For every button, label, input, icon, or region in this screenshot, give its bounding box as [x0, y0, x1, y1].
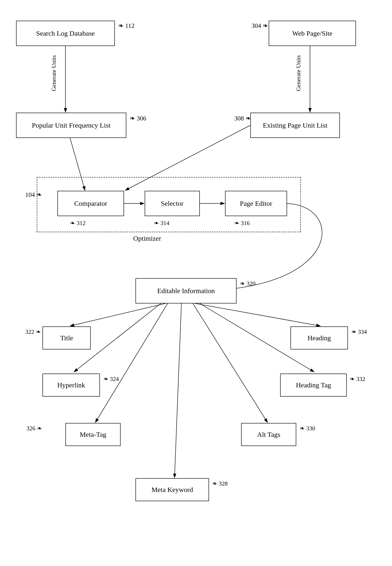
existing-page-box: Existing Page Unit List: [250, 113, 340, 138]
generate-units-right-label: Generate Units: [295, 55, 302, 91]
page-editor-box: Page Editor: [225, 191, 287, 216]
ref-312: ❧ 312: [70, 220, 86, 227]
page-editor-label: Page Editor: [240, 200, 272, 207]
meta-tag-label: Meta-Tag: [80, 431, 106, 438]
svg-line-12: [193, 303, 267, 423]
editable-info-box: Editable Information: [136, 278, 237, 303]
ref-324: ❧ 324: [103, 375, 119, 383]
ref-332: ❧ 332: [350, 375, 365, 383]
web-page-site-label: Web Page/Site: [292, 30, 332, 37]
heading-tag-box: Heading Tag: [280, 373, 347, 397]
popular-unit-box: Popular Unit Frequency List: [16, 113, 126, 138]
meta-keyword-label: Meta Keyword: [152, 486, 193, 493]
ref-104: 104 ❧: [25, 191, 42, 198]
ref-326: 326 ❧: [27, 425, 42, 432]
popular-unit-label: Popular Unit Frequency List: [32, 121, 111, 129]
selector-label: Selector: [161, 200, 183, 207]
hyperlink-label: Hyperlink: [57, 381, 85, 389]
hyperlink-box: Hyperlink: [42, 373, 100, 397]
meta-tag-box: Meta-Tag: [65, 423, 121, 446]
diagram-container: Search Log Database ❧ 112 Web Page/Site …: [0, 0, 392, 566]
ref-112: ❧ 112: [118, 22, 135, 30]
comparator-box: Comparator: [57, 191, 124, 216]
ref-320: ❧ 320: [240, 280, 256, 287]
web-page-site-box: Web Page/Site: [269, 21, 356, 46]
ref-314: ❧ 314: [154, 220, 169, 227]
heading-label: Heading: [308, 334, 331, 342]
ref-322: 322 ❧: [25, 328, 41, 335]
ref-334: ❧ 334: [351, 328, 367, 335]
ref-306: ❧ 306: [130, 115, 146, 122]
comparator-label: Comparator: [74, 200, 107, 207]
alt-tags-label: Alt Tags: [257, 431, 280, 438]
svg-line-13: [175, 303, 182, 478]
ref-304: 304 ❧: [252, 22, 268, 30]
selector-box: Selector: [145, 191, 200, 216]
meta-keyword-box: Meta Keyword: [136, 478, 209, 501]
search-log-db-box: Search Log Database: [16, 21, 115, 46]
generate-units-left-label: Generate Units: [51, 55, 57, 91]
existing-page-label: Existing Page Unit List: [263, 121, 327, 129]
ref-330: ❧ 330: [300, 425, 315, 432]
ref-328: ❧ 328: [212, 480, 228, 487]
heading-box: Heading: [291, 327, 348, 349]
editable-info-label: Editable Information: [157, 287, 215, 295]
svg-line-11: [95, 303, 168, 423]
svg-line-7: [70, 303, 165, 326]
search-log-db-label: Search Log Database: [36, 30, 95, 37]
heading-tag-label: Heading Tag: [296, 381, 331, 389]
optimizer-label: Optimizer: [133, 235, 161, 242]
ref-308: 308 ❧: [234, 115, 251, 122]
svg-line-8: [195, 303, 320, 326]
alt-tags-box: Alt Tags: [241, 423, 296, 446]
title-box: Title: [42, 327, 91, 349]
title-label: Title: [60, 334, 73, 342]
ref-316: ❧ 316: [234, 220, 250, 227]
